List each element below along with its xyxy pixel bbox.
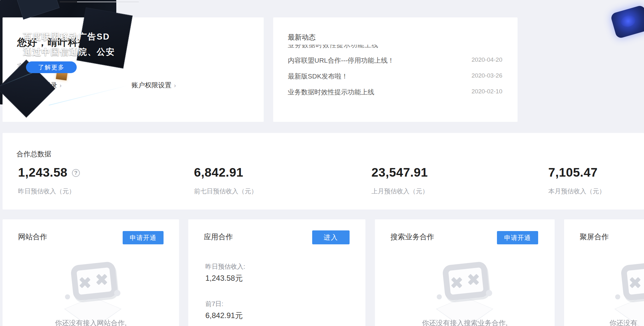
stat-last7days-income: 6,842.91 前七日预估收入（元） [194,166,257,196]
empty-state-text: 你还没有接入网站合作, [3,318,179,326]
news-item-text: 内容联盟URL合作---停用功能上线！ [288,57,394,64]
dot-shape [486,290,492,296]
banner-decor-cube [16,0,60,20]
stat-label: 本月预估收入（元） [548,187,605,196]
news-item-text: 业务数据时效性提示功能上线 [288,88,374,96]
x-eye-icon [451,277,463,289]
news-item-text: 最新版SDK发布啦！ [288,72,348,80]
empty-state-text: 你还没有接入搜索业务合作, [375,318,555,326]
x-eye-icon [96,273,108,285]
empty-state-text: 你还没有 [609,318,644,326]
coop-card-title: 聚屏合作 [580,232,609,242]
news-item[interactable]: 最新版SDK发布啦！ 2020-03-26 [288,72,502,81]
active-tab-indicator [60,1,77,3]
tv-screen-shape [70,261,118,301]
chevron-right-icon: › [174,82,176,89]
income-row-label: 昨日预估收入: [205,262,245,271]
empty-state-tv-icon [437,261,493,322]
x-eye-icon [467,273,480,285]
account-permission-label: 账户权限设置 [132,81,171,89]
dashboard-page: { "topbar": {}, "welcome_card": { "greet… [0,0,644,326]
search-coop-card: 搜索业务合作 申请开通 你还没有接入搜索业务合作, [375,219,555,326]
dot-shape [65,294,70,299]
stat-value: 23,547.91 [371,166,428,179]
latest-news-card: 最新动态 业务数据时效性提示功能上线 内容联盟URL合作---停用功能上线！ 2… [273,17,518,122]
tab-divider-line [77,2,139,2]
empty-state-tv-icon [616,261,644,322]
coop-card-title: 搜索业务合作 [390,232,434,242]
stat-yesterday-income: 1,243.58? 昨日预估收入（元） [18,166,80,196]
stat-label: 上月预估收入（元） [371,187,428,196]
help-question-icon[interactable]: ? [72,169,80,177]
stat-thismonth-income: 7,105.47 本月预估收入（元） [548,166,605,196]
income-row-label: 前7日: [205,300,223,308]
income-row-value: 6,842.91元 [205,310,242,321]
total-data-card: 合作总数据 1,243.58? 昨日预估收入（元） 6,842.91 前七日预估… [3,133,644,210]
news-item-date: 2020-04-20 [472,56,502,63]
stat-value: 1,243.58 [18,166,68,179]
income-row-value: 1,243.58元 [205,273,242,283]
news-item-date: 2020-03-26 [472,72,502,79]
apply-open-button[interactable]: 申请开通 [123,231,164,244]
empty-state-tv-icon [66,261,121,322]
dot-shape [114,290,120,296]
website-coop-card: 网站合作 申请开通 你还没有接入网站合作, [3,219,179,326]
stat-value: 7,105.47 [548,166,598,179]
banner-headline-line1: 百度联盟移动广告SD [23,31,110,42]
tv-screen-shape [442,261,490,301]
apply-open-button[interactable]: 申请开通 [497,231,538,244]
news-item-date: 2020-02-10 [472,88,502,95]
enter-button[interactable]: 进入 [312,230,350,244]
x-eye-icon [79,277,91,289]
news-item[interactable]: 业务数据时效性提示功能上线 2020-02-10 [288,88,502,97]
learn-more-button[interactable]: 了解更多 [26,61,77,73]
news-card-title: 最新动态 [288,33,316,42]
total-data-title: 合作总数据 [16,149,51,159]
banner-headline-line2: 通过中国信通院、公安 [23,46,115,58]
juping-coop-card: 聚屏合作 你还没有 [564,219,644,326]
stat-label: 前七日预估收入（元） [194,187,257,196]
news-item-clipped-text: 业务数据时效性提示功能上线 [288,45,465,49]
coop-card-title: 应用合作 [204,232,233,242]
chevron-right-icon: › [60,82,61,89]
news-item[interactable]: 内容联盟URL合作---停用功能上线！ 2020-04-20 [288,56,502,65]
news-item-clipped: 业务数据时效性提示功能上线 [288,45,465,50]
dot-shape [437,294,442,299]
dot-shape [615,294,620,299]
stat-label: 昨日预估收入（元） [18,187,80,196]
coop-card-title: 网站合作 [18,232,47,242]
x-eye-icon [629,277,641,289]
account-permission-link[interactable]: 账户权限设置› [132,81,176,90]
app-coop-card: 应用合作 进入 昨日预估收入: 1,243.58元 前7日: 6,842.91元 [188,219,365,326]
stat-value: 6,842.91 [194,166,243,179]
stat-lastmonth-income: 23,547.91 上月预估收入（元） [371,166,428,196]
